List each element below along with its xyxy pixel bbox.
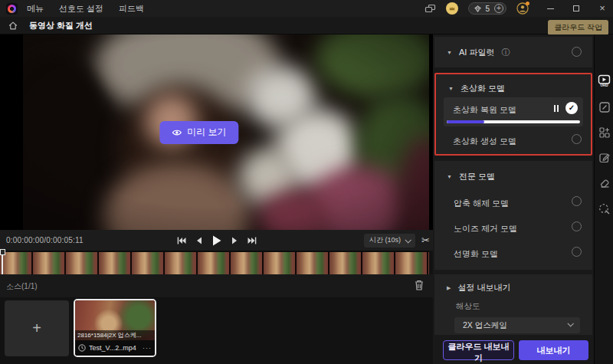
export-settings-section: ▶ 설정 내보내기 해상도 2X 업스케일 [434,274,592,335]
source-bin: + 2816*1584|2X 업스케... Test_V...2..mp4 ··… [0,297,433,364]
clock-icon [78,344,86,352]
magic-select-tool-icon[interactable] [598,202,611,215]
skip-start-icon[interactable] [177,237,186,244]
collapse-icon[interactable]: ▼ [447,174,452,179]
source-count-label: 소스(1/1) [6,281,38,292]
credits-pill[interactable]: 5 + [468,2,506,15]
edit-tool-icon[interactable] [598,151,611,164]
portrait-section-title: 초상화 모델 [461,83,505,94]
batch-add-tool-icon[interactable] [598,126,611,139]
time-interval-dropdown[interactable]: 시간 (10s) [364,234,415,248]
export-button[interactable]: 내보내기 [519,340,588,360]
home-icon[interactable] [8,21,18,31]
sharpen-model-radio[interactable] [572,247,582,257]
collapse-icon[interactable]: ▼ [447,50,452,55]
notification-dot [526,2,529,5]
model-panel: ▼ AI 파일럿 ⓘ ▼ 초상화 모델 초상화 복원 모델 ✓ 초상화 생성 모… [433,34,594,364]
preferences-menu-button[interactable]: 선호도 설정 [59,3,103,15]
close-button[interactable]: × [598,4,607,13]
cloud-job-button[interactable]: 클라우드 작업 [548,20,608,35]
ai-pilot-radio[interactable] [572,47,582,57]
timecode: 0:00:00:00/0:00:05:11 [6,236,84,244]
portrait-restore-label: 초상화 복원 모델 [453,104,516,116]
skip-end-icon[interactable] [247,237,257,244]
eye-icon [172,129,182,136]
titlebar: 메뉴 선호도 설정 피드백 5 + × [0,0,613,17]
page-title: 동영상 화질 개선 [29,20,93,31]
collapse-icon[interactable]: ▶ [447,285,451,291]
enhance-video-tool-icon[interactable]: UHD [598,74,611,87]
preview-button-label: 미리 보기 [187,126,226,139]
clip-filename: Test_V...2..mp4 [89,344,139,352]
export-settings-title: 설정 내보내기 [457,282,510,293]
add-credits-icon[interactable]: + [494,4,503,13]
transport-bar: 0:00:00:00/0:00:05:11 [0,230,433,251]
menu-button[interactable]: 메뉴 [27,3,44,15]
source-clip-thumbnail[interactable]: 2816*1584|2X 업스케... Test_V...2..mp4 ··· [74,299,156,357]
resolution-label: 해상도 [456,301,480,312]
playhead[interactable] [2,249,3,274]
selected-check-icon[interactable]: ✓ [565,102,578,114]
preview-button[interactable]: 미리 보기 [159,121,238,144]
trash-icon[interactable] [415,280,424,290]
pro-section-title: 전문 모델 [459,171,495,182]
trim-scissors-icon[interactable]: ✂ [421,234,430,246]
time-interval-value: 시간 (10s) [369,235,401,245]
maximize-button[interactable] [572,4,581,13]
portrait-generate-label: 초상화 생성 모델 [453,136,516,147]
denoise-model-label: 노이즈 제거 모델 [454,223,517,234]
svg-text:UHD: UHD [601,84,609,87]
denoise-model-radio[interactable] [572,221,582,231]
account-avatar[interactable] [516,2,529,15]
mini-window-icon[interactable] [425,4,436,14]
ai-pilot-section: ▼ AI 파일럿 ⓘ [434,37,592,67]
prev-frame-icon[interactable] [196,237,202,244]
app-window: 메뉴 선호도 설정 피드백 5 + × 동영상 화질 개선 클라우드 작업 [0,0,613,364]
tool-strip: UHD [594,34,613,364]
source-header-row: 소스(1/1) [0,274,433,297]
credit-count: 5 [485,5,490,13]
diamond-icon [474,5,482,13]
header-bar: 동영상 화질 개선 클라우드 작업 [0,17,613,34]
clip-resolution-caption: 2816*1584|2X 업스케... [75,330,155,340]
pause-icon[interactable] [554,105,559,112]
progress-fill [447,120,484,123]
pro-model-section: ▼ 전문 모델 압축 해제 모델 노이즈 제거 모델 선명화 모델 [434,161,592,270]
resolution-dropdown[interactable]: 2X 업스케일 [454,317,580,333]
portrait-restore-model-row[interactable]: 초상화 복원 모델 ✓ [444,97,583,126]
cloud-export-button[interactable]: 클라우드 내보내기 [443,340,514,360]
portrait-model-section: ▼ 초상화 모델 초상화 복원 모델 ✓ 초상화 생성 모델 [434,73,592,156]
workspace: 미리 보기 0:00:00:00/0:00:05:11 [0,34,433,364]
premium-crown-icon[interactable] [446,2,458,15]
chevron-down-icon [405,237,411,243]
clip-more-menu[interactable]: ··· [143,344,152,352]
download-progress-bar [447,120,580,123]
chevron-down-icon [567,320,573,326]
resolution-value: 2X 업스케일 [463,320,507,331]
resize-tool-icon[interactable] [598,100,611,113]
eraser-tool-icon[interactable] [598,176,611,189]
sharpen-model-label: 선명화 모델 [454,248,498,260]
play-icon[interactable] [212,235,221,246]
add-source-button[interactable]: + [5,300,69,356]
plus-icon: + [32,320,41,337]
portrait-generate-radio[interactable] [572,134,582,144]
ai-pilot-title: AI 파일럿 [459,47,494,58]
info-icon[interactable]: ⓘ [501,47,510,58]
timeline-filmstrip[interactable] [0,251,429,274]
minimize-button[interactable] [546,4,555,13]
app-logo-icon [6,3,18,15]
decompress-model-label: 압축 해제 모델 [454,198,509,209]
clip-name-bar: Test_V...2..mp4 ··· [75,340,155,356]
video-preview-area: 미리 보기 [0,34,433,230]
collapse-icon[interactable]: ▼ [448,86,454,91]
next-frame-icon[interactable] [231,237,238,244]
decompress-model-radio[interactable] [572,196,582,206]
feedback-menu-button[interactable]: 피드백 [119,3,144,15]
